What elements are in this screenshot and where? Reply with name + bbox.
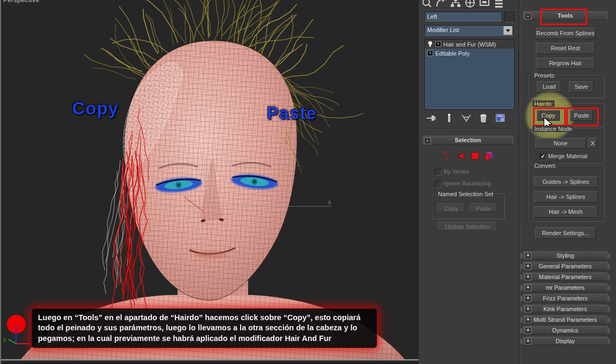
nss-paste-button[interactable]: Paste: [469, 203, 497, 212]
instance-node-label: Instance Node: [533, 126, 574, 132]
presets-save-button[interactable]: Save: [569, 81, 594, 92]
element-icon[interactable]: [483, 150, 495, 162]
rollout-general-parameters[interactable]: + General Parameters: [523, 262, 607, 270]
presets-load-button[interactable]: Load: [537, 81, 561, 92]
max-application-window: x Perspective Copy Paste y x Luego en “T…: [0, 0, 616, 364]
expand-icon[interactable]: +: [525, 263, 532, 270]
display-tab-icon[interactable]: [479, 0, 490, 9]
rollout-mr-parameters[interactable]: + mr Parameters: [523, 283, 607, 292]
expand-icon[interactable]: +: [525, 284, 532, 291]
render-settings-button[interactable]: Render Settings...: [535, 227, 596, 239]
stack-item-label: Editable Poly: [435, 50, 469, 57]
ignore-backfacing-checkbox[interactable]: [435, 181, 442, 188]
instance-none-button[interactable]: None: [535, 138, 586, 149]
viewport-view-label[interactable]: Perspective: [3, 0, 39, 4]
selection-rollout-title: Selection: [455, 137, 481, 143]
motion-tab-icon[interactable]: [464, 0, 476, 9]
rollout-material-parameters[interactable]: + Material Parameters: [523, 273, 607, 281]
expand-icon[interactable]: +: [525, 274, 532, 281]
hairdo-label: Hairdo:: [533, 100, 555, 107]
hair-to-mesh-button[interactable]: Hair -> Mesh: [534, 206, 598, 218]
selection-rollout-header[interactable]: - Selection: [422, 136, 513, 145]
by-vertex-label: By Vertex: [444, 168, 469, 175]
gizmo-y-label: y: [3, 337, 6, 343]
named-selection-set-label: Named Selection Set: [436, 191, 495, 197]
hair-to-splines-button[interactable]: Hair -> Splines: [534, 191, 598, 203]
regrow-hair-button[interactable]: Regrow Hair: [536, 58, 595, 69]
modifier-list-dropdown[interactable]: Modifier List: [425, 25, 513, 36]
object-color-swatch[interactable]: [504, 12, 514, 22]
hierarchy-tab-icon[interactable]: [450, 0, 461, 9]
stack-toolbar: [424, 112, 513, 125]
copy-annotation: Copy: [72, 98, 119, 119]
make-unique-icon[interactable]: [458, 112, 474, 124]
stack-item-hair-and-fur[interactable]: + Hair and Fur (WSM): [425, 40, 514, 49]
ignore-backfacing-label: Ignore Backfacing: [444, 180, 491, 187]
dropdown-arrow-icon[interactable]: [503, 26, 512, 35]
show-end-result-icon[interactable]: [441, 112, 457, 124]
tutorial-caption: Luego en “Tools” en el apartado de “Hair…: [32, 308, 377, 348]
expand-icon[interactable]: +: [525, 295, 532, 302]
object-name-field[interactable]: Left: [425, 12, 502, 21]
recomb-from-splines-button[interactable]: Recomb From Splines: [536, 28, 595, 39]
by-vertex-checkbox[interactable]: [435, 169, 442, 176]
modifier-list-value: Modifier List: [427, 27, 459, 33]
rollout-kink-parameters[interactable]: + Kink Parameters: [523, 305, 607, 313]
expand-icon[interactable]: +: [525, 306, 532, 313]
reset-rest-button[interactable]: Reset Rest: [536, 43, 595, 54]
modify-tab-icon[interactable]: [435, 0, 446, 9]
remove-modifier-icon[interactable]: [475, 112, 491, 124]
expand-icon[interactable]: +: [525, 316, 532, 323]
modifier-stack[interactable]: + Hair and Fur (WSM) + Editable Poly: [425, 39, 514, 110]
tip-icon[interactable]: [456, 151, 468, 161]
guides-icon[interactable]: [441, 150, 453, 162]
guides-to-splines-button[interactable]: Guides -> Splines: [534, 176, 598, 188]
rollout-styling[interactable]: + Styling: [523, 251, 607, 260]
rollout-multi-strand-parameters[interactable]: + Multi Strand Parameters: [523, 315, 607, 324]
collapse-icon[interactable]: -: [424, 137, 431, 144]
construction-axis-label: x: [328, 199, 331, 205]
merge-material-label: Merge Material: [548, 153, 587, 159]
rollout-dynamics[interactable]: + Dynamics: [523, 326, 607, 335]
rollout-display[interactable]: + Display: [523, 337, 607, 345]
command-panel-tabs: [420, 0, 521, 9]
rollout-frizz-parameters[interactable]: + Frizz Parameters: [523, 294, 607, 303]
expand-icon[interactable]: +: [427, 50, 433, 56]
merge-material-checkbox[interactable]: ✓: [540, 153, 546, 160]
utilities-tab-icon[interactable]: [493, 0, 505, 9]
paste-annotation: Paste: [267, 103, 317, 123]
viewport-bottom-border: [1, 359, 419, 364]
expand-icon[interactable]: +: [435, 41, 441, 47]
pin-stack-icon[interactable]: [424, 112, 440, 124]
update-selection-button[interactable]: Update Selection: [437, 221, 497, 231]
nss-copy-button[interactable]: Copy: [437, 203, 465, 212]
configure-modifier-sets-icon[interactable]: [492, 112, 509, 124]
expand-icon[interactable]: +: [525, 338, 532, 345]
expand-icon[interactable]: +: [525, 327, 532, 334]
face-icon[interactable]: [471, 151, 480, 161]
expand-icon[interactable]: +: [525, 252, 532, 259]
stack-item-editable-poly[interactable]: + Editable Poly: [425, 49, 514, 58]
convert-label: Convert:: [533, 162, 558, 169]
command-panel: Left Modifier List + Hair and Fur (WSM) …: [419, 0, 616, 364]
panel-divider: [421, 128, 516, 129]
tools-highlight-box: [540, 9, 587, 25]
lightbulb-icon[interactable]: [427, 41, 433, 48]
instance-clear-button[interactable]: X: [588, 138, 597, 149]
stack-item-label: Hair and Fur (WSM): [443, 41, 496, 48]
viewport-3d[interactable]: x Perspective Copy Paste y x Luego en “T…: [0, 0, 419, 364]
presets-label: Presets:: [533, 72, 557, 79]
paste-highlight-box: [566, 107, 599, 126]
collapse-icon[interactable]: -: [525, 13, 532, 20]
create-tab-icon[interactable]: [421, 0, 433, 9]
